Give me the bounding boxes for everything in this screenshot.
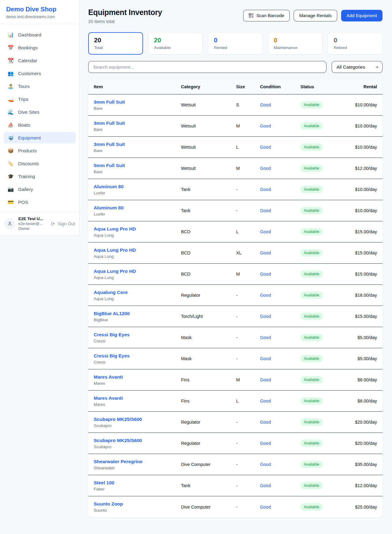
sidebar-item-discounts[interactable]: 🏷️ Discounts	[4, 158, 76, 169]
condition-link[interactable]: Good	[260, 314, 271, 319]
item-name-link[interactable]: Cressi Big Eyes	[94, 353, 181, 359]
condition-link[interactable]: Good	[260, 187, 271, 192]
item-name-link[interactable]: 3mm Full Suit	[94, 99, 181, 105]
status-badge: Available	[300, 376, 323, 383]
condition-link[interactable]: Good	[260, 250, 271, 255]
shop-name[interactable]: Demo Dive Shop	[6, 6, 73, 13]
item-name-link[interactable]: Scubapro MK25/S600	[94, 417, 181, 422]
condition-link[interactable]: Good	[260, 102, 271, 107]
stat-card-maintenance[interactable]: 0 Maintenance	[268, 32, 323, 55]
item-size: L	[236, 399, 260, 403]
table-row: Aqua Lung Pro HD Aqua Lung BCD L Good Av…	[88, 221, 383, 242]
condition-link[interactable]: Good	[260, 483, 271, 488]
item-name-link[interactable]: Aqua Lung Pro HD	[94, 269, 181, 274]
category-select-wrap: All Categories	[332, 61, 383, 73]
stat-label: Rented	[214, 45, 257, 50]
stat-card-rented[interactable]: 0 Rented	[208, 32, 263, 55]
table-row: Cressi Big Eyes Cressi Mask - Good Avail…	[88, 348, 383, 369]
stat-label: Retired	[334, 45, 377, 50]
stat-card-total[interactable]: 20 Total	[88, 32, 143, 55]
stat-card-available[interactable]: 20 Available	[148, 32, 203, 55]
condition-link[interactable]: Good	[260, 335, 271, 340]
item-name-link[interactable]: BigBlue AL1200	[94, 311, 181, 316]
item-name-link[interactable]: Cressi Big Eyes	[94, 332, 181, 338]
condition-link[interactable]: Good	[260, 166, 271, 171]
filter-row: All Categories	[88, 61, 383, 73]
item-name-link[interactable]: 5mm Full Suit	[94, 163, 181, 168]
item-name-link[interactable]: Mares Avanti	[94, 395, 181, 401]
sidebar-item-customers[interactable]: 👥 Customers	[4, 68, 76, 79]
stat-value: 0	[334, 36, 377, 44]
condition-link[interactable]: Good	[260, 229, 271, 234]
sidebar-item-gallery[interactable]: 📷 Gallery	[4, 184, 76, 195]
item-name-link[interactable]: Aluminum 80	[94, 205, 181, 211]
barcode-icon	[249, 13, 254, 18]
status-badge: Available	[300, 503, 323, 511]
sidebar-item-equipment[interactable]: 🤿 Equipment	[4, 132, 76, 143]
sidebar-item-calendar[interactable]: 📆 Calendar	[4, 55, 76, 66]
sidebar-item-training[interactable]: 🎓 Training	[4, 171, 76, 182]
item-brand: Aqua Lung	[94, 296, 181, 301]
condition-link[interactable]: Good	[260, 462, 271, 467]
item-name-link[interactable]: Shearwater Peregrine	[94, 459, 181, 464]
status-badge: Available	[300, 143, 323, 151]
table-row: 3mm Full Suit Bare Wetsuit L Good Availa…	[88, 137, 383, 158]
condition-link[interactable]: Good	[260, 505, 271, 509]
sidebar-item-products[interactable]: 📦 Products	[4, 145, 76, 156]
condition-link[interactable]: Good	[260, 293, 271, 298]
item-size: -	[236, 356, 260, 361]
item-name-link[interactable]: Aluminum 80	[94, 184, 181, 189]
status-badge: Available	[300, 228, 323, 235]
dashboard-icon: 📊	[7, 32, 14, 38]
sidebar-item-dashboard[interactable]: 📊 Dashboard	[4, 29, 76, 40]
item-name-link[interactable]: Suunto Zoop	[94, 501, 181, 507]
status-badge: Available	[300, 165, 323, 172]
manage-rentals-button[interactable]: Manage Rentals	[294, 10, 337, 21]
rental-rate: $15.00/day	[355, 314, 377, 319]
item-name-link[interactable]: Scubapro MK25/S600	[94, 438, 181, 443]
condition-link[interactable]: Good	[260, 272, 271, 277]
item-category: Dive Computer	[181, 462, 236, 467]
item-category: Wetsuit	[181, 102, 236, 107]
item-category: BCD	[181, 272, 236, 277]
item-name-link[interactable]: Mares Avanti	[94, 374, 181, 380]
sign-out-button[interactable]: Sign Out	[51, 221, 75, 226]
item-category: Tank	[181, 187, 236, 192]
item-brand: Bare	[94, 106, 181, 111]
rental-rate: $12.00/day	[355, 166, 377, 171]
sidebar-item-label: Bookings	[18, 45, 38, 51]
item-category: Wetsuit	[181, 166, 236, 171]
rental-rate: $35.00/day	[355, 462, 377, 467]
condition-link[interactable]: Good	[260, 377, 271, 382]
item-name-link[interactable]: Aqua Lung Pro HD	[94, 247, 181, 253]
sidebar-item-tours[interactable]: 🏝️ Tours	[4, 81, 76, 92]
tours-icon: 🏝️	[7, 83, 14, 89]
add-equipment-button[interactable]: Add Equipment	[341, 10, 383, 21]
category-select[interactable]: All Categories	[332, 61, 383, 73]
search-input[interactable]	[88, 61, 326, 73]
sidebar-item-dive-sites[interactable]: 🌊 Dive Sites	[4, 106, 76, 118]
table-row: Aqua Lung Pro HD Aqua Lung BCD XL Good A…	[88, 242, 383, 264]
rental-rate: $10.00/day	[355, 124, 377, 128]
table-row: BigBlue AL1200 BigBlue Torch/Light - Goo…	[88, 306, 383, 327]
condition-link[interactable]: Good	[260, 399, 271, 403]
sidebar-item-boats[interactable]: ⛵ Boats	[4, 119, 76, 131]
condition-link[interactable]: Good	[260, 420, 271, 425]
item-name-link[interactable]: Steel 100	[94, 480, 181, 486]
item-name-link[interactable]: Aqua Lung Pro HD	[94, 226, 181, 232]
items-count: 20 items total	[88, 19, 162, 24]
sidebar-item-pos[interactable]: 💳 POS	[4, 196, 76, 208]
sidebar-item-bookings[interactable]: 📅 Bookings	[4, 42, 76, 53]
item-name-link[interactable]: Aqualung Core	[94, 290, 181, 295]
condition-link[interactable]: Good	[260, 356, 271, 361]
item-name-link[interactable]: 3mm Full Suit	[94, 120, 181, 126]
item-name-link[interactable]: 3mm Full Suit	[94, 142, 181, 147]
condition-link[interactable]: Good	[260, 124, 271, 128]
condition-link[interactable]: Good	[260, 208, 271, 213]
condition-link[interactable]: Good	[260, 441, 271, 446]
sidebar-item-trips[interactable]: 🚤 Trips	[4, 93, 76, 105]
stat-card-retired[interactable]: 0 Retired	[328, 32, 383, 55]
condition-link[interactable]: Good	[260, 145, 271, 150]
sidebar-item-label: Equipment	[18, 135, 41, 141]
scan-barcode-button[interactable]: Scan Barcode	[243, 10, 290, 21]
